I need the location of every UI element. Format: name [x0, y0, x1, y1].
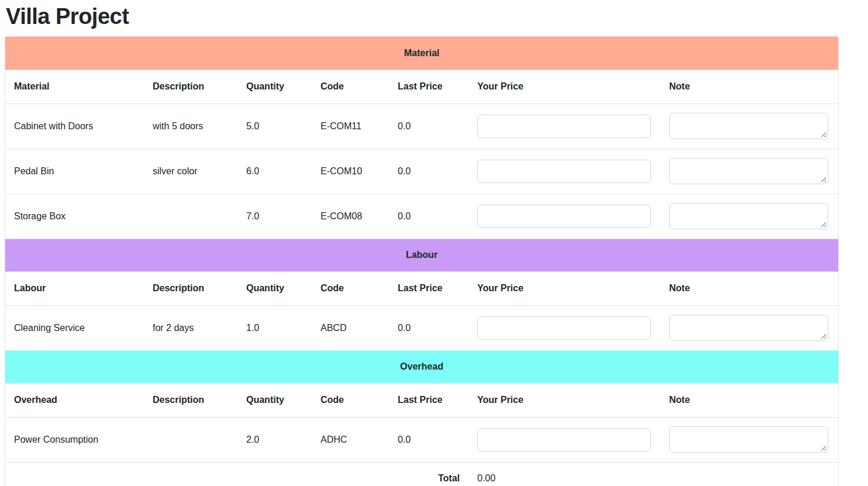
item-code: E-COM10 [312, 149, 389, 194]
note-input[interactable] [669, 113, 828, 139]
total-row: Total 0.00 [5, 462, 838, 486]
item-last-price: 0.0 [389, 194, 469, 239]
table-row: Storage Box 7.0 E-COM08 0.0 [5, 194, 838, 239]
section-material: Material Material Description Quantity C… [5, 37, 838, 239]
table-row: Pedal Bin silver color 6.0 E-COM10 0.0 [5, 149, 838, 194]
estimate-table: Material Material Description Quantity C… [5, 37, 838, 486]
item-description [144, 194, 237, 239]
col-header-code: Code [312, 271, 389, 305]
col-header-code: Code [312, 383, 389, 417]
col-header-quantity: Quantity [237, 383, 312, 417]
total-value: 0.00 [469, 462, 660, 486]
col-header-code: Code [312, 70, 389, 104]
total-label: Total [389, 462, 469, 486]
col-header-quantity: Quantity [237, 271, 312, 305]
col-header-your-price: Your Price [469, 383, 660, 417]
col-header-overhead: Overhead [5, 383, 144, 417]
your-price-input[interactable] [477, 428, 651, 451]
page-title: Villa Project [6, 2, 863, 30]
item-name: Cleaning Service [5, 305, 144, 350]
item-quantity: 5.0 [237, 104, 312, 149]
table-row: Power Consumption 2.0 ADHC 0.0 [5, 417, 838, 462]
total-section: Total 0.00 [5, 462, 838, 486]
col-header-labour: Labour [5, 271, 144, 305]
item-code: ADHC [312, 417, 389, 462]
section-band-material: Material [5, 37, 838, 70]
col-header-last-price: Last Price [389, 70, 469, 104]
note-input[interactable] [669, 158, 828, 184]
item-code: E-COM08 [312, 194, 389, 239]
col-header-note: Note [660, 383, 838, 417]
your-price-input[interactable] [477, 115, 651, 138]
your-price-input[interactable] [477, 316, 651, 340]
item-last-price: 0.0 [389, 305, 469, 350]
your-price-input[interactable] [477, 160, 651, 183]
table-row: Cleaning Service for 2 days 1.0 ABCD 0.0 [5, 305, 838, 350]
col-header-note: Note [660, 271, 838, 305]
section-band-overhead: Overhead [5, 350, 838, 383]
item-description: for 2 days [144, 305, 237, 350]
item-code: ABCD [312, 305, 389, 350]
item-description: silver color [144, 149, 237, 194]
column-header-row: Overhead Description Quantity Code Last … [5, 383, 838, 417]
note-input[interactable] [669, 203, 828, 229]
section-band-label: Material [5, 37, 838, 70]
item-name: Pedal Bin [5, 149, 144, 194]
note-input[interactable] [669, 426, 828, 453]
note-input[interactable] [669, 315, 828, 341]
col-header-your-price: Your Price [469, 70, 660, 104]
item-name: Storage Box [5, 194, 144, 239]
col-header-last-price: Last Price [389, 383, 469, 417]
section-overhead: Overhead Overhead Description Quantity C… [5, 350, 838, 462]
table-row: Cabinet with Doors with 5 doors 5.0 E-CO… [5, 104, 838, 149]
section-band-labour: Labour [5, 239, 838, 271]
col-header-material: Material [5, 70, 144, 104]
estimate-table-container: Material Material Description Quantity C… [5, 36, 839, 486]
col-header-last-price: Last Price [389, 271, 469, 305]
item-quantity: 1.0 [237, 305, 312, 350]
your-price-input[interactable] [477, 205, 651, 228]
section-labour: Labour Labour Description Quantity Code … [5, 239, 838, 350]
col-header-quantity: Quantity [237, 70, 312, 104]
item-last-price: 0.0 [389, 417, 469, 462]
item-quantity: 7.0 [237, 194, 312, 239]
item-last-price: 0.0 [389, 149, 469, 194]
col-header-description: Description [144, 70, 237, 104]
col-header-your-price: Your Price [469, 271, 660, 305]
section-band-label: Overhead [5, 350, 838, 383]
page: Villa Project Material Material Descript… [0, 0, 868, 486]
item-name: Power Consumption [5, 417, 144, 462]
col-header-description: Description [144, 383, 237, 417]
col-header-note: Note [660, 70, 838, 104]
item-quantity: 6.0 [237, 149, 312, 194]
item-name: Cabinet with Doors [5, 104, 144, 149]
item-quantity: 2.0 [237, 417, 312, 462]
column-header-row: Labour Description Quantity Code Last Pr… [5, 271, 838, 305]
section-band-label: Labour [5, 239, 838, 271]
item-code: E-COM11 [312, 104, 389, 149]
item-description: with 5 doors [144, 104, 237, 149]
col-header-description: Description [144, 271, 237, 305]
item-last-price: 0.0 [389, 104, 469, 149]
item-description [144, 417, 237, 462]
column-header-row: Material Description Quantity Code Last … [5, 70, 838, 104]
